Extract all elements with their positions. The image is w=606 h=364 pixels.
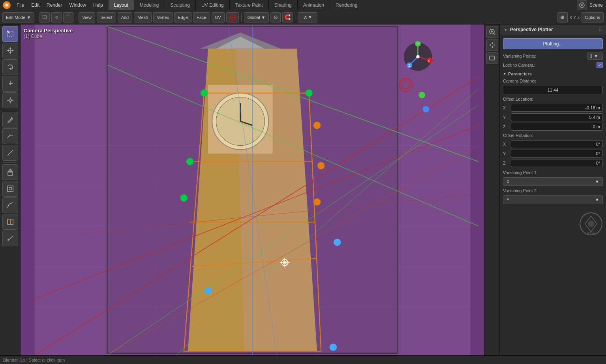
edge-btn[interactable]: Edge bbox=[174, 12, 191, 23]
tab-rendering[interactable]: Rendering bbox=[330, 0, 363, 10]
curve-draw-tool[interactable] bbox=[2, 128, 18, 144]
offset-rotation-label: Offset Rotation: bbox=[503, 133, 603, 138]
vanishing-points-row: Vanishing Points: 3 ▼ bbox=[503, 53, 603, 60]
xyz-label: X Y Z bbox=[569, 15, 580, 20]
panel-title: Perspective Plotter bbox=[510, 27, 553, 32]
tab-shading[interactable]: Shading bbox=[269, 0, 298, 10]
svg-point-68 bbox=[317, 162, 325, 169]
panel-collapse-icon: ▼ bbox=[504, 28, 508, 32]
transform-tool[interactable] bbox=[2, 92, 18, 108]
vp2-dropdown[interactable]: Y ▼ bbox=[503, 195, 603, 204]
left-sep2 bbox=[3, 162, 17, 163]
svg-line-104 bbox=[493, 33, 495, 35]
global-dropdown: ▼ bbox=[261, 15, 266, 20]
annotate-tool[interactable] bbox=[2, 112, 18, 128]
panel-header[interactable]: ▼ Perspective Plotter ⠿ bbox=[500, 24, 606, 35]
tab-animation[interactable]: Animation bbox=[298, 0, 330, 10]
select-box-icon[interactable]: ☐ bbox=[39, 12, 50, 23]
lock-to-camera-label: Lock to Camera: bbox=[503, 63, 597, 68]
rotation-x-label: X bbox=[503, 142, 509, 146]
knife-tool[interactable] bbox=[2, 231, 18, 246]
svg-rect-31 bbox=[8, 186, 13, 191]
window-menu[interactable]: Window bbox=[66, 2, 89, 9]
zoom-tool[interactable] bbox=[486, 26, 498, 38]
svg-point-18 bbox=[9, 83, 11, 85]
edit-menu[interactable]: Edit bbox=[28, 2, 43, 9]
extrude-tool[interactable] bbox=[2, 164, 18, 180]
svg-point-98 bbox=[416, 55, 419, 58]
render-menu[interactable]: Render bbox=[43, 2, 65, 9]
status-bar: Blender 3.x | Select or click item bbox=[0, 355, 606, 364]
svg-point-64 bbox=[305, 90, 312, 97]
camera-distance-input[interactable]: 11.44 bbox=[503, 86, 603, 94]
vp1-dropdown[interactable]: X ▼ bbox=[503, 177, 603, 186]
uv-btn[interactable]: UV bbox=[212, 12, 225, 23]
svg-point-72 bbox=[330, 343, 337, 351]
lock-to-camera-checkbox[interactable]: ✓ bbox=[597, 62, 603, 68]
mesh-btn[interactable]: Mesh bbox=[134, 12, 152, 23]
rotation-z-input[interactable]: 0° bbox=[511, 159, 603, 167]
plotting-button[interactable]: Plotting... bbox=[503, 38, 603, 49]
watermark: RRCG bbox=[503, 212, 603, 236]
add-btn[interactable]: Add bbox=[118, 12, 133, 23]
view-btn[interactable]: View bbox=[79, 12, 95, 23]
scale-tool[interactable] bbox=[2, 76, 18, 92]
inset-tool[interactable] bbox=[2, 181, 18, 197]
offset-x-label: X bbox=[503, 105, 509, 110]
vp1-label: Vanishing Point 1: bbox=[503, 170, 603, 175]
right-toolbar bbox=[484, 24, 499, 355]
panel-drag-icon: ⠿ bbox=[598, 27, 602, 32]
select-circle-icon[interactable]: ○ bbox=[51, 12, 62, 23]
bevel-tool[interactable] bbox=[2, 197, 18, 213]
svg-point-71 bbox=[205, 287, 212, 294]
move-tool[interactable] bbox=[2, 43, 18, 58]
tab-layout[interactable]: Layout bbox=[109, 0, 134, 10]
svg-marker-14 bbox=[12, 49, 13, 52]
file-menu[interactable]: File bbox=[13, 2, 27, 9]
viewport[interactable]: X Y Z Camera Perspective (1) Cube bbox=[21, 24, 484, 355]
offset-y-input[interactable]: 5.4 m bbox=[511, 113, 603, 121]
offset-y-row: Y 5.4 m bbox=[503, 113, 603, 121]
offset-z-input[interactable]: 0 m bbox=[511, 123, 603, 131]
rotate-tool[interactable] bbox=[2, 59, 18, 75]
pan-tool[interactable] bbox=[486, 39, 498, 51]
options-btn[interactable]: Options bbox=[582, 12, 604, 23]
tab-sculpting[interactable]: Sculpting bbox=[165, 0, 196, 10]
help-menu[interactable]: Help bbox=[90, 2, 106, 9]
select-btn[interactable]: Select bbox=[97, 12, 116, 23]
scene-selector[interactable] bbox=[577, 0, 587, 10]
tab-modeling[interactable]: Modeling bbox=[134, 0, 165, 10]
transform-pivot[interactable]: ⊙ bbox=[270, 12, 281, 23]
vanishing-points-dropdown[interactable]: 3 ▼ bbox=[587, 53, 603, 60]
select-lasso-icon[interactable]: ⌒ bbox=[63, 12, 73, 23]
measure-tool[interactable] bbox=[2, 145, 18, 161]
svg-text:Y: Y bbox=[417, 42, 419, 46]
left-toolbar bbox=[0, 24, 21, 355]
proportional-edit[interactable]: ∧ ▼ bbox=[298, 12, 317, 23]
select-box-tool[interactable] bbox=[2, 26, 18, 42]
camera-view-tool[interactable] bbox=[486, 52, 498, 64]
global-label: Global bbox=[248, 15, 260, 20]
transform-orientation[interactable]: Global ▼ bbox=[244, 12, 269, 23]
face-btn[interactable]: Face bbox=[193, 12, 210, 23]
tab-texture-paint[interactable]: Texture Paint bbox=[230, 0, 269, 10]
status-text: Blender 3.x | Select or click item bbox=[3, 358, 65, 362]
vp1-value: X bbox=[507, 179, 509, 184]
tab-uv-editing[interactable]: UV Editing bbox=[196, 0, 230, 10]
svg-marker-11 bbox=[9, 47, 11, 49]
offset-location-label: Offset Location: bbox=[503, 97, 603, 101]
loop-cut-tool[interactable] bbox=[2, 214, 18, 230]
offset-x-input[interactable]: -0.18 m bbox=[511, 104, 603, 112]
vertex-btn[interactable]: Vertex bbox=[153, 12, 173, 23]
parameters-section: ▼ Parameters bbox=[503, 71, 603, 76]
mode-selector[interactable]: Edit Mode ▼ bbox=[2, 12, 34, 23]
svg-point-70 bbox=[334, 239, 341, 246]
snap-toggle[interactable]: 🧲 bbox=[282, 12, 293, 23]
lock-to-camera-row: Lock to Camera: ✓ bbox=[503, 62, 603, 68]
sep1 bbox=[37, 13, 37, 21]
rotation-x-input[interactable]: 0° bbox=[511, 140, 603, 148]
overlay-btn[interactable] bbox=[226, 12, 239, 23]
gizmo-icon[interactable]: ⊕ bbox=[557, 12, 568, 23]
rotation-y-input[interactable]: 0° bbox=[511, 150, 603, 158]
svg-rect-111 bbox=[490, 56, 494, 60]
